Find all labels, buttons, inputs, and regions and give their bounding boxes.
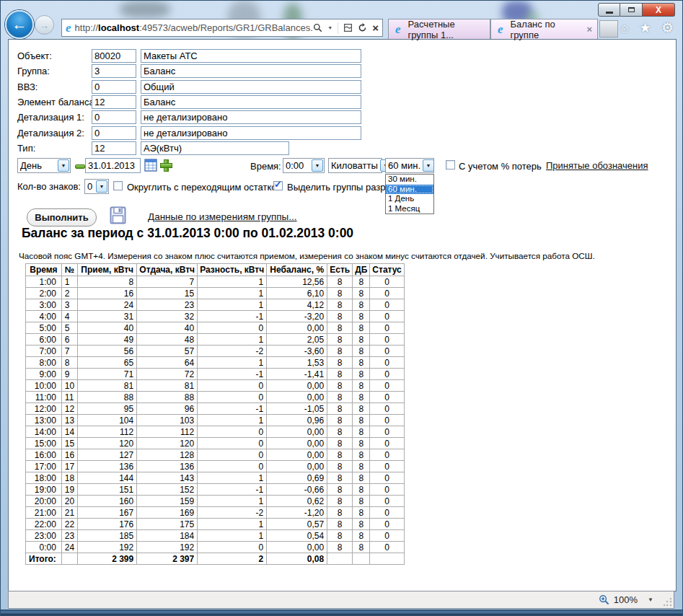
table-cell: 0 — [370, 346, 404, 357]
table-cell: 8 — [327, 322, 353, 334]
digits-select[interactable]: 0 ▼ — [84, 179, 109, 194]
table-cell: 0 — [198, 438, 267, 449]
table-cell: 8 — [353, 507, 370, 519]
table-cell: 8 — [353, 322, 370, 334]
table-cell: 32 — [137, 311, 198, 322]
losses-checkbox-label: С учетом % потерь — [459, 161, 542, 172]
table-cell: 8 — [327, 438, 353, 449]
date-input[interactable] — [85, 158, 141, 173]
field-code-input[interactable] — [92, 49, 136, 63]
table-cell: 8 — [327, 507, 353, 519]
execute-button[interactable]: Выполнить — [27, 208, 97, 226]
losses-checkbox[interactable]: ✓ — [446, 160, 455, 170]
back-button[interactable]: ← — [5, 10, 34, 39]
table-cell: 0 — [370, 357, 404, 369]
table-cell: 0 — [370, 334, 404, 346]
table-cell: 96 — [137, 403, 198, 415]
compatibility-view-icon[interactable] — [343, 23, 353, 32]
refresh-icon[interactable] — [358, 23, 367, 32]
table-cell: 0 — [370, 472, 404, 484]
table-cell: 0,69 — [267, 472, 327, 484]
interval-select[interactable]: 60 мин. ▼ — [385, 158, 434, 173]
field-code-input[interactable] — [92, 64, 136, 78]
table-cell: 88 — [78, 392, 137, 403]
dropdown-option[interactable]: 1 Месяц — [386, 204, 433, 214]
forward-button[interactable]: → — [35, 15, 54, 35]
add-date-icon[interactable] — [160, 159, 171, 170]
table-cell: 0 — [370, 438, 404, 449]
field-code-input[interactable] — [92, 95, 136, 109]
calendar-icon[interactable] — [144, 159, 157, 172]
table-cell: 8 — [353, 496, 370, 507]
address-dropdown-icon[interactable]: ▼ — [327, 25, 332, 30]
resize-grip[interactable] — [664, 598, 672, 607]
unit-select[interactable]: Киловатты ▼ — [328, 158, 382, 173]
favorites-star-icon[interactable]: ★ — [639, 20, 651, 36]
tab-group-balance[interactable]: e Баланс по группе × — [490, 19, 598, 39]
table-cell: 8:00 — [26, 357, 62, 369]
dropdown-option[interactable]: 60 мин. — [386, 185, 433, 195]
home-icon[interactable]: ⌂ — [620, 20, 628, 36]
table-cell: 16:00 — [26, 449, 62, 461]
table-cell: 8 — [61, 357, 77, 369]
table-cell: 8 — [353, 415, 370, 426]
close-tab-icon[interactable]: × — [586, 24, 592, 35]
totals-row: Итого:2 3992 39720,08 — [26, 553, 405, 565]
zoom-magnifier-icon[interactable] — [599, 594, 609, 605]
round-checkbox[interactable]: ✓ — [113, 181, 123, 190]
field-code-input[interactable] — [92, 80, 136, 94]
field-value-input[interactable] — [141, 126, 361, 140]
table-row: 21:0021167169-2-1,20880 — [26, 507, 405, 519]
field-code-input[interactable] — [92, 141, 136, 155]
address-bar[interactable]: e http://localhost:49573/acweb/Reports/G… — [61, 19, 383, 37]
search-icon[interactable] — [313, 23, 322, 32]
table-cell: 8 — [327, 288, 353, 299]
close-button[interactable]: X — [643, 3, 675, 17]
field-value-input[interactable] — [141, 95, 361, 109]
table-cell: 1 — [198, 299, 267, 311]
tab-calculation-groups[interactable]: e Расчетные группы 1... — [388, 19, 490, 39]
table-cell: 8 — [353, 276, 370, 288]
table-cell: 128 — [137, 449, 198, 461]
save-icon[interactable] — [110, 206, 126, 224]
table-cell: 11:00 — [26, 392, 62, 403]
table-cell: 1 — [198, 276, 267, 288]
dropdown-option[interactable]: 1 День — [386, 194, 433, 204]
table-cell: 1 — [198, 334, 267, 346]
field-code-input[interactable] — [92, 126, 136, 140]
dropdown-option[interactable]: 30 мин. — [386, 175, 433, 185]
table-cell: 8 — [353, 346, 370, 357]
table-cell: 81 — [137, 380, 198, 392]
table-cell: 136 — [137, 461, 198, 472]
table-cell: 40 — [78, 322, 137, 334]
table-cell: 0,57 — [267, 519, 327, 530]
field-code-input[interactable] — [92, 110, 136, 124]
legend-link[interactable]: Принятые обозначения — [546, 160, 648, 171]
table-cell: 0 — [370, 380, 404, 392]
gear-icon[interactable]: ⚙ — [661, 20, 674, 36]
field-value-input[interactable] — [141, 49, 361, 63]
field-value-input[interactable] — [141, 64, 361, 78]
table-cell: 112 — [137, 426, 198, 438]
remove-date-icon[interactable] — [75, 164, 85, 169]
groups-checkbox[interactable]: ✓ — [273, 181, 283, 190]
browser-window: X ← → e http://localhost:49573/acweb/Rep… — [0, 0, 683, 616]
table-cell: 7 — [61, 346, 77, 357]
table-cell: 10:00 — [26, 380, 62, 392]
stop-icon[interactable]: × — [372, 22, 379, 33]
field-value-input[interactable] — [141, 141, 289, 155]
time-select[interactable]: 0:00 ▼ — [283, 158, 325, 173]
table-cell: 8 — [327, 392, 353, 403]
balance-table: Время№Прием, кВтчОтдача, кВтчРазность, к… — [25, 263, 405, 565]
period-select[interactable]: День ▼ — [17, 158, 71, 173]
field-value-input[interactable] — [141, 80, 361, 94]
maximize-button[interactable] — [620, 3, 643, 17]
zoom-dropdown-icon[interactable]: ▼ — [648, 597, 653, 603]
field-value-input[interactable] — [141, 110, 361, 124]
table-cell: 6,10 — [267, 288, 327, 299]
table-row: 23:002318518410,54880 — [26, 530, 405, 542]
minimize-button[interactable] — [598, 3, 620, 17]
new-tab-button[interactable] — [599, 20, 618, 38]
table-cell: 9 — [61, 369, 77, 380]
measurements-link[interactable]: Данные по измерениям группы... — [148, 211, 297, 222]
